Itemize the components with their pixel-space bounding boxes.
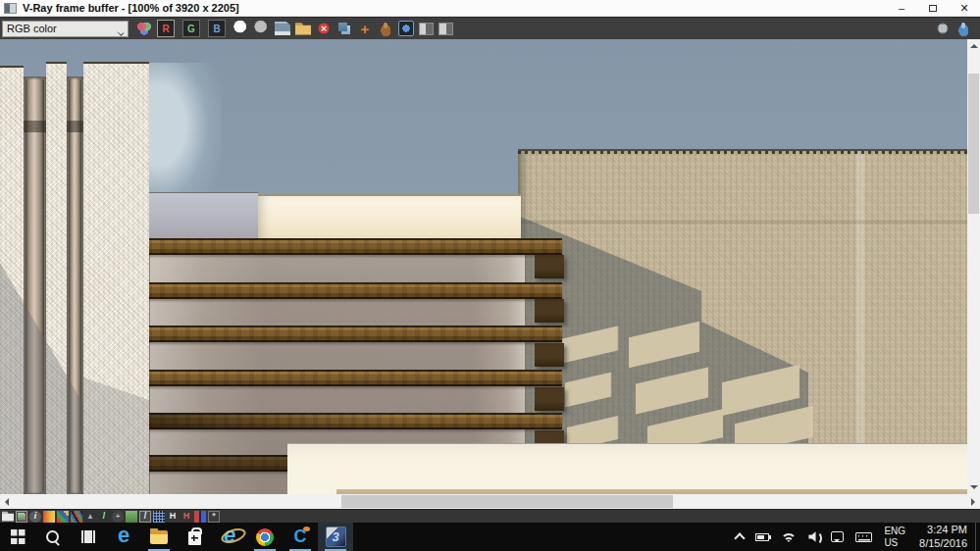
restore-icon xyxy=(929,5,937,12)
red-channel-button[interactable]: R xyxy=(157,20,175,37)
render-viewport[interactable] xyxy=(0,39,967,494)
curve-slope-icon[interactable]: / xyxy=(98,511,110,523)
folder-icon[interactable] xyxy=(2,511,14,523)
channel-select-value: RGB color xyxy=(7,23,57,34)
exposure-icon[interactable]: + xyxy=(112,511,124,523)
battery-icon[interactable] xyxy=(749,523,775,551)
compare-images-b-button[interactable] xyxy=(438,23,453,35)
window-title: V-Ray frame buffer - [100% of 3920 x 220… xyxy=(23,2,239,14)
render-foreground-wall xyxy=(287,443,967,494)
color-curves-icon[interactable] xyxy=(71,511,82,523)
render-wood-beam xyxy=(147,413,562,429)
history-icon[interactable]: H xyxy=(167,511,179,523)
app-glyph: 3 xyxy=(326,526,346,547)
render-wood-beam xyxy=(147,326,562,342)
app-glyph xyxy=(256,528,274,546)
render-recess-band xyxy=(67,121,83,132)
lut-grid-icon[interactable] xyxy=(153,511,165,523)
white-balance-icon[interactable] xyxy=(126,511,137,523)
toolbar-right-icons xyxy=(935,21,976,36)
3ds-max-icon[interactable]: 3 xyxy=(318,523,353,551)
monochrome-gray-button[interactable] xyxy=(254,21,270,36)
close-button[interactable]: ✕ xyxy=(949,0,980,17)
scroll-left-arrow-icon[interactable] xyxy=(5,498,9,506)
scroll-up-arrow-icon[interactable] xyxy=(970,44,978,48)
render-recess-band xyxy=(24,121,46,132)
render-beam-bracket xyxy=(535,255,564,278)
app-glyph xyxy=(188,531,201,545)
duplicate-to-host-button[interactable] xyxy=(336,21,352,36)
render-wood-beam xyxy=(147,238,562,255)
title-bar: V-Ray frame buffer - [100% of 3920 x 220… xyxy=(0,0,980,17)
search-button[interactable] xyxy=(35,523,71,551)
vfb-bottom-toolbar: i▲/+/HH* xyxy=(0,509,980,523)
tray-date: 8/15/2016 xyxy=(919,537,967,551)
save-image-button[interactable] xyxy=(275,21,290,36)
volume-icon[interactable] xyxy=(802,523,825,551)
region-render-button[interactable] xyxy=(398,21,414,36)
color-swatches-icon[interactable] xyxy=(57,511,69,523)
touch-keyboard-icon[interactable] xyxy=(850,523,878,551)
layers-icon[interactable] xyxy=(16,511,27,523)
rgb-channels-icon[interactable] xyxy=(136,21,152,36)
load-image-button[interactable] xyxy=(295,21,311,36)
wifi-icon[interactable] xyxy=(775,523,802,551)
ab-compare-bars-icon[interactable] xyxy=(194,511,206,523)
taskbar: e e C 3 ENG US xyxy=(0,523,980,551)
channel-select-dropdown[interactable]: RGB color xyxy=(2,21,129,37)
stop-render-button[interactable] xyxy=(935,21,951,36)
blue-channel-button[interactable]: B xyxy=(208,20,226,37)
scroll-down-arrow-icon[interactable] xyxy=(970,485,978,489)
restore-button[interactable] xyxy=(917,0,949,17)
start-render-teapot-button[interactable] xyxy=(955,21,971,36)
language-indicator[interactable]: ENG US xyxy=(878,526,911,548)
app-glyph xyxy=(150,530,168,544)
chrome-icon[interactable] xyxy=(247,523,283,551)
vertical-scrollbar[interactable] xyxy=(967,39,980,494)
history-compare-icon[interactable]: H xyxy=(181,511,192,523)
render-beam-bracket xyxy=(535,343,564,367)
tray-time: 3:24 PM xyxy=(919,524,967,537)
app-glyph: e xyxy=(118,523,129,548)
chevron-down-icon xyxy=(117,28,125,36)
taskbar-apps: e e C 3 xyxy=(0,523,353,551)
system-tray: ENG US 3:24 PM 8/15/2016 xyxy=(730,523,980,551)
tray-chevron-up-icon[interactable] xyxy=(730,523,749,551)
task-view-button[interactable] xyxy=(71,523,106,551)
green-channel-button[interactable]: G xyxy=(182,20,200,37)
horizontal-scrollbar-thumb[interactable] xyxy=(341,495,673,508)
internet-explorer-icon[interactable]: e xyxy=(212,523,247,551)
compare-images-a-button[interactable] xyxy=(419,23,434,35)
windows-store-icon[interactable] xyxy=(177,523,212,551)
file-explorer-icon[interactable] xyxy=(141,523,177,551)
render-shaded-wall-strip xyxy=(147,192,258,239)
clear-image-button[interactable]: ✕ xyxy=(316,21,332,36)
render-last-button[interactable] xyxy=(378,21,393,36)
edge-icon[interactable]: e xyxy=(106,523,141,551)
render-beam-bracket xyxy=(535,387,564,411)
start-button[interactable] xyxy=(0,523,35,551)
app-glyph xyxy=(45,529,61,545)
minimize-button[interactable]: – xyxy=(886,0,917,17)
notifications-icon[interactable] xyxy=(825,523,850,551)
app-glyph xyxy=(81,530,95,543)
histogram-icon[interactable]: ▲ xyxy=(84,511,96,523)
horizontal-scrollbar[interactable] xyxy=(0,494,980,509)
info-icon[interactable]: i xyxy=(29,511,41,523)
vray-frame-buffer-window: V-Ray frame buffer - [100% of 3920 x 220… xyxy=(0,0,980,551)
vfb-window-icon xyxy=(4,3,17,14)
render-beam-bracket xyxy=(535,299,564,323)
vfb-toolbar: RGB color RGB✕+ xyxy=(0,17,980,39)
app-glyph xyxy=(11,529,26,544)
show-desktop-button[interactable] xyxy=(975,523,980,551)
render-wood-beam xyxy=(147,370,562,386)
clock[interactable]: 3:24 PM 8/15/2016 xyxy=(911,524,975,551)
vertical-scrollbar-thumb[interactable] xyxy=(968,74,979,214)
track-mouse-render-button[interactable]: + xyxy=(357,21,373,36)
gradient-icon[interactable] xyxy=(43,511,55,523)
settings-star-icon[interactable]: * xyxy=(208,511,220,523)
scroll-right-arrow-icon[interactable] xyxy=(971,498,975,506)
blue-c-app-icon[interactable]: C xyxy=(283,523,318,551)
monochrome-white-button[interactable] xyxy=(233,21,249,36)
curve-editor-icon[interactable]: / xyxy=(139,511,151,523)
